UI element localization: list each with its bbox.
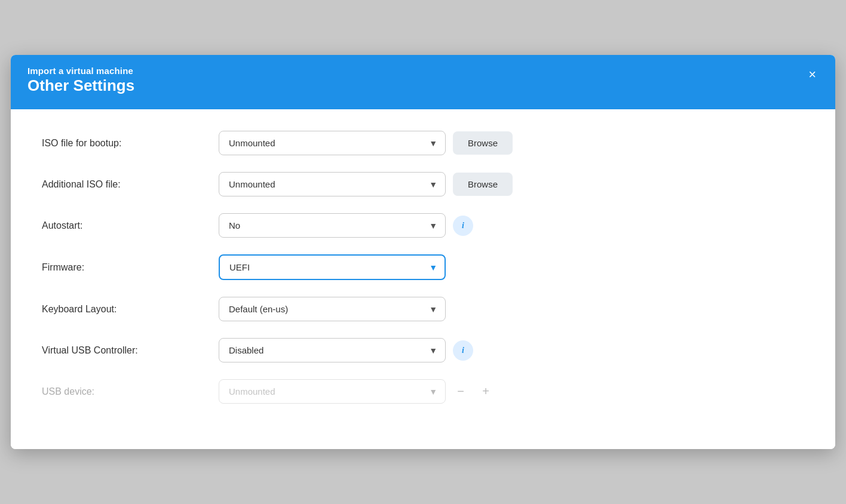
autostart-select-wrapper: No Yes ▼	[219, 213, 446, 238]
usb-device-select-wrapper: Unmounted ▼	[219, 379, 446, 404]
usb-device-row: USB device: Unmounted ▼ − +	[42, 379, 804, 404]
firmware-label: Firmware:	[42, 262, 209, 273]
additional-iso-select-wrapper: Unmounted ▼	[219, 172, 446, 196]
virtual-usb-select[interactable]: Disabled Enabled	[219, 338, 446, 362]
autostart-row: Autostart: No Yes ▼ i	[42, 213, 804, 238]
usb-device-controls: Unmounted ▼ − +	[219, 379, 804, 404]
iso-bootup-select[interactable]: Unmounted	[219, 131, 446, 155]
autostart-label: Autostart:	[42, 220, 209, 231]
firmware-select[interactable]: UEFI BIOS	[219, 254, 446, 280]
additional-iso-browse-button[interactable]: Browse	[453, 173, 513, 196]
autostart-controls: No Yes ▼ i	[219, 213, 804, 238]
usb-device-label: USB device:	[42, 386, 209, 397]
virtual-usb-select-wrapper: Disabled Enabled ▼	[219, 338, 446, 362]
firmware-row: Firmware: UEFI BIOS ▼	[42, 254, 804, 280]
iso-bootup-label: ISO file for bootup:	[42, 138, 209, 149]
iso-bootup-row: ISO file for bootup: Unmounted ▼ Browse	[42, 131, 804, 155]
keyboard-layout-select[interactable]: Default (en-us)	[219, 297, 446, 321]
dialog-body: ISO file for bootup: Unmounted ▼ Browse …	[11, 109, 835, 449]
virtual-usb-info-icon[interactable]: i	[453, 340, 473, 361]
section-title: Other Settings	[27, 76, 819, 95]
additional-iso-controls: Unmounted ▼ Browse	[219, 172, 804, 196]
iso-bootup-controls: Unmounted ▼ Browse	[219, 131, 804, 155]
autostart-select[interactable]: No Yes	[219, 213, 446, 238]
additional-iso-row: Additional ISO file: Unmounted ▼ Browse	[42, 172, 804, 196]
iso-bootup-select-wrapper: Unmounted ▼	[219, 131, 446, 155]
keyboard-layout-row: Keyboard Layout: Default (en-us) ▼	[42, 297, 804, 321]
firmware-controls: UEFI BIOS ▼	[219, 254, 804, 280]
virtual-usb-label: Virtual USB Controller:	[42, 345, 209, 356]
virtual-usb-row: Virtual USB Controller: Disabled Enabled…	[42, 338, 804, 362]
additional-iso-label: Additional ISO file:	[42, 179, 209, 190]
dialog-header: Import a virtual machine × Other Setting…	[11, 55, 835, 109]
iso-bootup-browse-button[interactable]: Browse	[453, 131, 513, 155]
virtual-usb-controls: Disabled Enabled ▼ i	[219, 338, 804, 362]
dialog-title: Import a virtual machine	[27, 66, 133, 76]
firmware-select-wrapper: UEFI BIOS ▼	[219, 254, 446, 280]
keyboard-layout-controls: Default (en-us) ▼	[219, 297, 804, 321]
import-vm-dialog: Import a virtual machine × Other Setting…	[11, 55, 835, 449]
autostart-info-icon[interactable]: i	[453, 216, 473, 236]
usb-device-select[interactable]: Unmounted	[219, 379, 446, 404]
usb-device-add-button[interactable]: +	[476, 382, 496, 402]
usb-device-remove-button[interactable]: −	[450, 382, 471, 402]
additional-iso-select[interactable]: Unmounted	[219, 172, 446, 196]
keyboard-layout-select-wrapper: Default (en-us) ▼	[219, 297, 446, 321]
close-button[interactable]: ×	[804, 66, 821, 84]
keyboard-layout-label: Keyboard Layout:	[42, 304, 209, 315]
